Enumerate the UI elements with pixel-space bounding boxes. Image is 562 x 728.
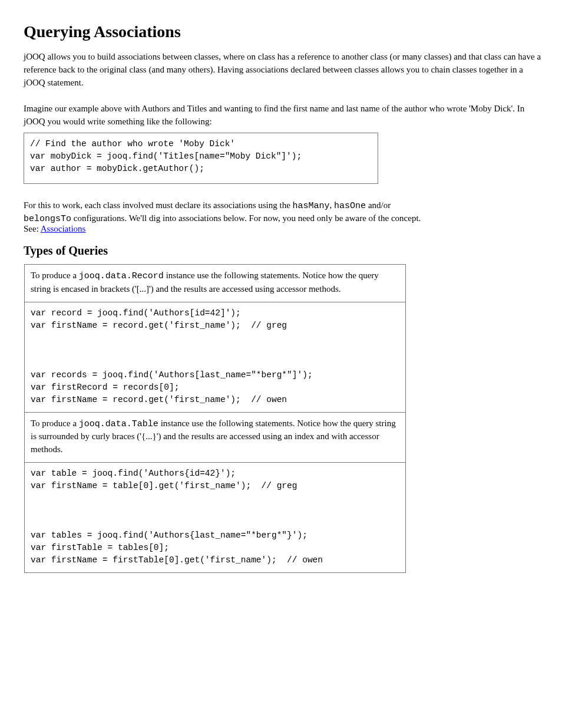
table-row: To produce a jooq.data.Table instance us… [25, 412, 406, 462]
explain-text-1b: , [330, 200, 335, 210]
row2-desc-pre: To produce a [31, 419, 79, 428]
row2-description-cell: To produce a jooq.data.Table instance us… [25, 412, 406, 462]
see-label: See: [24, 224, 41, 233]
row1-desc-code: jooq.data.Record [79, 271, 164, 281]
page-title: Querying Associations [24, 22, 181, 41]
row2-desc-code: jooq.data.Table [79, 419, 158, 429]
explain-line-2: belongsTo configurations. We'll dig into… [24, 213, 421, 224]
row2-code-cell: var table = jooq.find('Authors{id=42}');… [25, 462, 406, 572]
row1-code: var record = jooq.find('Authors[id=42]')… [31, 307, 399, 406]
intro-paragraph-1: jOOQ allows you to build associations be… [24, 51, 542, 89]
explain-text-2: configurations. We'll dig into associati… [71, 213, 421, 223]
types-heading: Types of Queries [24, 244, 108, 258]
explain-text-1c: and/or [366, 200, 391, 210]
code-box-top: // Find the author who wrote 'Moby Dick'… [24, 133, 378, 184]
row1-desc-pre: To produce a [31, 271, 79, 280]
explain-line-1: For this to work, each class involved mu… [24, 200, 391, 211]
see-line: See: Associations [24, 224, 85, 234]
intro-paragraph-2: Imagine our example above with Authors a… [24, 103, 542, 129]
inline-code-hasone: hasOne [334, 201, 366, 211]
inline-code-belongsto: belongsTo [24, 214, 71, 224]
query-types-table: To produce a jooq.data.Record instance u… [24, 264, 406, 573]
table-row: var record = jooq.find('Authors[id=42]')… [25, 302, 406, 412]
explain-text-1a: For this to work, each class involved mu… [24, 200, 293, 210]
row1-description-cell: To produce a jooq.data.Record instance u… [25, 265, 406, 302]
page: Querying Associations jOOQ allows you to… [0, 0, 562, 728]
code-top: // Find the author who wrote 'Moby Dick'… [30, 138, 372, 175]
inline-code-hasmany: hasMany [293, 201, 330, 211]
row2-code: var table = jooq.find('Authors{id=42}');… [31, 467, 399, 566]
table-row: var table = jooq.find('Authors{id=42}');… [25, 462, 406, 572]
associations-link[interactable]: Associations [41, 224, 86, 233]
table-row: To produce a jooq.data.Record instance u… [25, 265, 406, 302]
row1-code-cell: var record = jooq.find('Authors[id=42]')… [25, 302, 406, 412]
